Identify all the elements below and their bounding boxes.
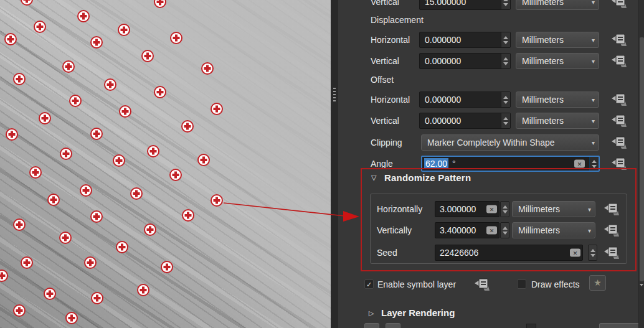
spin-up-icon (503, 57, 508, 60)
draw-effects-customize-button[interactable]: ★ (589, 275, 606, 291)
data-defined-override-button[interactable] (474, 278, 490, 291)
map-marker (13, 218, 26, 231)
data-defined-override-icon (611, 0, 627, 9)
displacement-vertical-input[interactable]: 0.000000 (419, 53, 511, 69)
randomize-pattern-header[interactable]: ▽ Randomize Pattern (338, 172, 644, 185)
angle-input[interactable]: 62.00 ° ✕ (421, 156, 600, 172)
offset-horizontal-input[interactable]: 0.000000 (419, 91, 511, 108)
clipping-combobox[interactable]: Marker Completely Within Shape ▾ (421, 134, 599, 151)
spinner-buttons[interactable] (501, 54, 510, 68)
randomize-vertically-input[interactable]: 3.400000 ✕ (435, 222, 500, 238)
map-marker (182, 209, 194, 222)
data-defined-override-button[interactable] (604, 223, 620, 237)
map-marker (90, 210, 103, 223)
data-defined-override-icon (474, 278, 490, 291)
randomize-horizontally-row: Horizontally 3.000000 ✕ Millimeters ▾ (338, 201, 644, 217)
spin-down-icon (592, 165, 597, 168)
pattern-vertical-row: Vertical 15.000000 Millimeters ▾ (338, 0, 644, 10)
scrollbar-thumb[interactable] (640, 37, 644, 281)
map-marker (84, 256, 97, 269)
field-value: 0.000000 (425, 116, 461, 126)
offset-vertical-input[interactable]: 0.000000 (419, 113, 511, 129)
footer-row: ✓ Enable symbol layer Draw effects ★ (338, 276, 644, 293)
enable-symbol-layer-checkbox[interactable]: ✓ (364, 279, 374, 289)
field-value: 3.400000 (440, 225, 476, 235)
enable-symbol-layer-label: Enable symbol layer (377, 279, 456, 289)
map-marker (141, 50, 154, 62)
data-defined-override-button[interactable] (604, 202, 620, 216)
unit-value: Millimeters (522, 35, 564, 45)
spinner-buttons[interactable] (501, 0, 510, 9)
data-defined-override-button[interactable] (611, 54, 627, 68)
spinner-buttons[interactable] (501, 92, 510, 107)
offset-horizontal-label: Horizontal (371, 95, 410, 105)
map-marker (59, 232, 72, 244)
data-defined-override-button[interactable] (611, 93, 627, 106)
map-marker (62, 60, 75, 73)
spin-up-icon (592, 160, 597, 163)
chevron-down-icon: ▾ (592, 58, 595, 65)
draw-effects-checkbox[interactable] (517, 279, 526, 289)
partial-button[interactable] (386, 323, 400, 328)
map-marker (21, 256, 33, 269)
angle-suffix: ° (452, 159, 456, 169)
clear-value-button[interactable]: ✕ (486, 205, 497, 213)
scrollbar-down-button[interactable] (640, 286, 644, 295)
spinner-buttons[interactable] (501, 32, 510, 47)
chevron-down-icon: ▾ (592, 118, 595, 124)
unit-combobox[interactable]: Millimeters ▾ (512, 222, 595, 238)
unit-value: Millimeters (522, 95, 564, 105)
data-defined-override-icon (611, 34, 627, 47)
partial-field[interactable] (526, 324, 536, 328)
map-marker (13, 73, 26, 85)
spin-down-icon (503, 210, 508, 213)
spinner-buttons[interactable] (501, 113, 510, 128)
randomize-vertically-label: Vertically (377, 225, 412, 235)
map-canvas[interactable] (0, 0, 331, 328)
data-defined-override-button[interactable] (611, 114, 627, 128)
data-defined-override-button[interactable] (611, 33, 627, 47)
spinner-buttons[interactable] (500, 222, 509, 238)
map-marker (91, 292, 103, 304)
unit-combobox[interactable]: Millimeters ▾ (516, 32, 599, 48)
splitter-handle-icon (333, 88, 336, 103)
data-defined-override-button[interactable] (611, 0, 627, 9)
randomize-horizontally-input[interactable]: 3.000000 ✕ (435, 201, 500, 217)
map-marker (211, 194, 223, 207)
data-defined-override-button[interactable] (611, 157, 627, 171)
spin-up-icon (503, 0, 508, 1)
data-defined-override-button[interactable] (604, 246, 620, 260)
spinner-buttons[interactable] (588, 245, 597, 261)
spinner-buttons[interactable] (589, 157, 599, 171)
spin-down-icon (503, 101, 508, 104)
panel-splitter[interactable] (331, 0, 338, 328)
spinner-buttons[interactable] (500, 201, 509, 217)
unit-combobox[interactable]: Millimeters ▾ (516, 53, 599, 69)
map-marker (80, 184, 92, 197)
randomize-seed-input[interactable]: 22426606 ✕ (435, 245, 583, 261)
pattern-vertical-input[interactable]: 15.000000 (419, 0, 511, 10)
map-marker (169, 169, 182, 181)
collapse-triangle-icon[interactable]: ▷ (369, 309, 374, 317)
spin-up-icon (503, 117, 508, 120)
unit-combobox[interactable]: Millimeters ▾ (512, 201, 595, 217)
clear-value-button[interactable]: ✕ (486, 227, 497, 235)
data-defined-override-button[interactable] (611, 136, 627, 149)
displacement-horizontal-input[interactable]: 0.000000 (419, 32, 511, 48)
unit-value: Millimeters (522, 56, 564, 66)
map-marker (0, 269, 8, 282)
map-marker (181, 120, 194, 133)
layer-rendering-header[interactable]: ▷ Layer Rendering (338, 307, 644, 321)
panel-scrollbar[interactable] (638, 0, 644, 328)
collapse-triangle-icon[interactable]: ▽ (371, 174, 376, 182)
unit-combobox[interactable]: Millimeters ▾ (516, 0, 599, 10)
unit-combobox[interactable]: Millimeters ▾ (516, 113, 599, 129)
clear-value-button[interactable]: ✕ (570, 249, 580, 257)
unit-combobox[interactable]: Millimeters ▾ (516, 91, 599, 108)
partial-button[interactable] (364, 323, 379, 328)
field-value: 0.000000 (425, 56, 461, 66)
map-marker (197, 154, 210, 166)
partial-button[interactable] (599, 323, 644, 328)
clear-value-button[interactable]: ✕ (574, 160, 585, 168)
map-marker (116, 241, 128, 253)
